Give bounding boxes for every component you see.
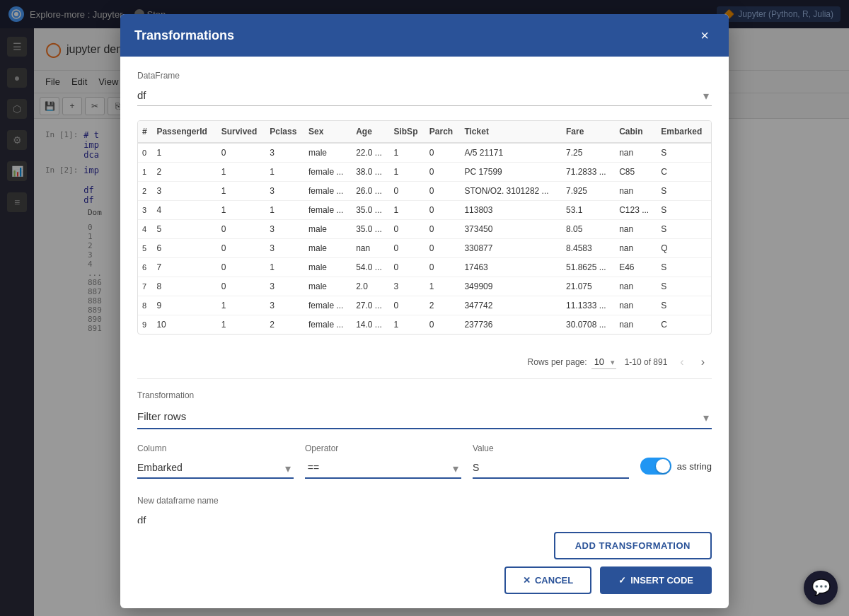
table-cell: 330877	[460, 239, 562, 258]
table-cell: nan	[615, 220, 657, 239]
table-cell: 26.0 ...	[352, 182, 389, 201]
table-cell: male	[304, 239, 352, 258]
table-cell: male	[304, 143, 352, 163]
table-cell: 8.4583	[562, 239, 615, 258]
next-page-button[interactable]: ›	[697, 354, 709, 370]
table-cell: 7.925	[562, 182, 615, 201]
table-cell: STON/O2. 3101282 ...	[460, 182, 562, 201]
value-input[interactable]	[473, 458, 629, 479]
modal-overlay: Transformations × DataFrame df #	[0, 0, 849, 616]
table-cell: 2	[425, 296, 461, 315]
table-cell: 0	[217, 239, 266, 258]
table-cell: 0	[217, 220, 266, 239]
cancel-button[interactable]: ✕ CANCEL	[504, 566, 591, 594]
col-survived: Survived	[217, 121, 266, 143]
add-transformation-button[interactable]: ADD TRANSFORMATION	[554, 532, 712, 559]
operator-select[interactable]: == != > < >= <= contains	[305, 458, 461, 479]
table-cell: 0	[389, 220, 424, 239]
table-cell: 0	[425, 182, 461, 201]
table-cell: Q	[657, 239, 711, 258]
pagination: Rows per page: 10 25 50 1-10 of 891 ‹ ›	[137, 349, 712, 376]
table-cell: 0	[425, 220, 461, 239]
rows-per-page-select[interactable]: 10 25 50	[591, 355, 616, 369]
table-cell: C	[657, 315, 711, 335]
table-cell: C123 ...	[615, 201, 657, 220]
table-cell: nan	[352, 239, 389, 258]
table-cell: 0	[425, 315, 461, 335]
table-cell: 71.2833 ...	[562, 163, 615, 182]
col-cabin: Cabin	[615, 121, 657, 143]
column-field: Column Embarked PassengerId Survived Pcl…	[137, 443, 294, 479]
dataframe-select[interactable]: df	[137, 85, 712, 106]
col-fare: Fare	[562, 121, 615, 143]
insert-check-icon: ✓	[618, 575, 626, 586]
table-cell: 1	[425, 277, 461, 296]
table-cell: nan	[615, 239, 657, 258]
table-cell: 1	[265, 201, 304, 220]
section-divider	[137, 378, 712, 379]
table-cell: 7	[152, 258, 216, 277]
table-cell: 349909	[460, 277, 562, 296]
dataframe-label: DataFrame	[137, 71, 712, 81]
prev-page-button[interactable]: ‹	[676, 354, 688, 370]
table-cell: 2	[138, 182, 152, 201]
table-row: 91012female ...14.0 ...1023773630.0708 .…	[138, 315, 711, 335]
table-cell: 0	[425, 201, 461, 220]
chat-icon: 💬	[812, 579, 831, 597]
rows-per-page-select-wrapper: 10 25 50	[591, 355, 616, 369]
table-cell: C	[657, 163, 711, 182]
column-select[interactable]: Embarked PassengerId Survived Pclass Sex…	[137, 458, 294, 479]
toggle-knob	[656, 459, 670, 473]
table-cell: 1	[138, 163, 152, 182]
table-cell: 38.0 ...	[352, 163, 389, 182]
operator-label: Operator	[305, 443, 461, 453]
modal-footer: ADD TRANSFORMATION ✕ CANCEL ✓ INSERT COD…	[120, 523, 729, 608]
table-cell: 8	[138, 296, 152, 315]
table-cell: 9	[152, 296, 216, 315]
chat-bubble-button[interactable]: 💬	[804, 571, 838, 605]
table-cell: nan	[615, 315, 657, 335]
table-cell: 0	[217, 143, 266, 163]
table-cell: 2.0	[352, 277, 389, 296]
table-cell: 3	[265, 296, 304, 315]
table-cell: 0	[425, 163, 461, 182]
table-cell: 0	[217, 277, 266, 296]
table-cell: S	[657, 143, 711, 163]
new-df-input[interactable]	[137, 510, 265, 523]
table-cell: 3	[265, 182, 304, 201]
page-info: 1-10 of 891	[625, 357, 668, 367]
table-cell: 3	[265, 239, 304, 258]
table-cell: A/5 21171	[460, 143, 562, 163]
table-cell: 3	[152, 182, 216, 201]
table-row: 6701male54.0 ...001746351.8625 ...E46S	[138, 258, 711, 277]
close-button[interactable]: ×	[695, 25, 715, 45]
footer-bottom-buttons: ✕ CANCEL ✓ INSERT CODE	[504, 566, 712, 594]
col-age: Age	[352, 121, 389, 143]
table-cell: S	[657, 201, 711, 220]
transformation-label: Transformation	[137, 390, 712, 400]
filter-fields: Column Embarked PassengerId Survived Pcl…	[137, 443, 712, 479]
table-cell: nan	[615, 182, 657, 201]
as-string-section: as string	[640, 458, 712, 479]
table-cell: 1	[389, 315, 424, 335]
table-cell: 9	[138, 315, 152, 335]
table-cell: 54.0 ...	[352, 258, 389, 277]
table-cell: 8.05	[562, 220, 615, 239]
as-string-toggle[interactable]	[640, 458, 671, 475]
table-cell: female ...	[304, 201, 352, 220]
transformation-section: Transformation Filter rows Select column…	[137, 390, 712, 429]
table-cell: 1	[217, 182, 266, 201]
table-cell: 2	[265, 315, 304, 335]
table-row: 5603malenan003308778.4583nanQ	[138, 239, 711, 258]
table-cell: 7	[138, 277, 152, 296]
table-cell: 21.075	[562, 277, 615, 296]
transformation-select[interactable]: Filter rows Select columns Rename column…	[137, 405, 712, 429]
table-cell: male	[304, 220, 352, 239]
insert-code-button[interactable]: ✓ INSERT CODE	[600, 566, 712, 594]
table-cell: 35.0 ...	[352, 220, 389, 239]
table-cell: S	[657, 258, 711, 277]
transformation-select-wrapper: Filter rows Select columns Rename column…	[137, 405, 712, 429]
operator-select-wrapper: == != > < >= <= contains	[305, 458, 461, 479]
table-cell: 0	[425, 239, 461, 258]
table-cell: 0	[389, 239, 424, 258]
